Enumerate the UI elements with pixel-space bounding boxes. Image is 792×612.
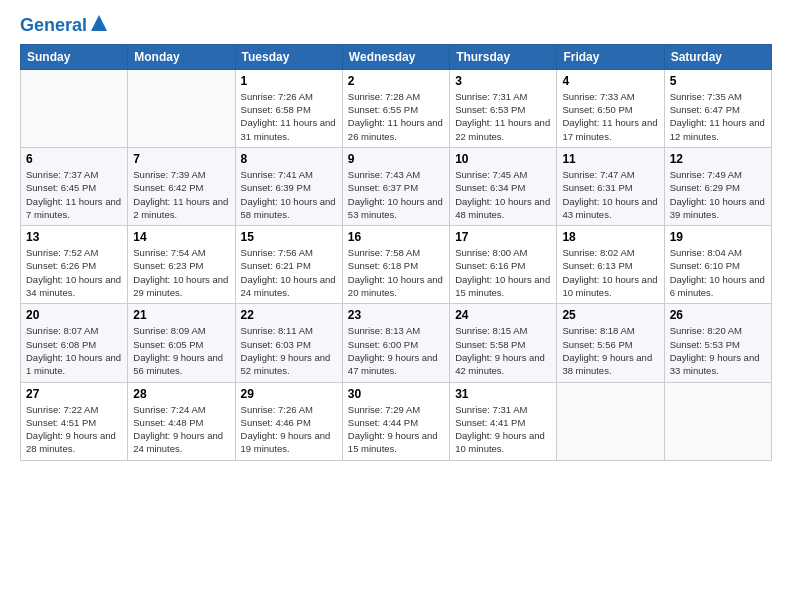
day-info: Sunrise: 7:28 AMSunset: 6:55 PMDaylight:… xyxy=(348,90,444,143)
sunset-label: Sunset: 6:53 PM xyxy=(455,104,525,115)
day-info: Sunrise: 7:26 AMSunset: 6:58 PMDaylight:… xyxy=(241,90,337,143)
day-number: 30 xyxy=(348,387,444,401)
sunrise-label: Sunrise: 7:24 AM xyxy=(133,404,205,415)
sunset-label: Sunset: 4:51 PM xyxy=(26,417,96,428)
day-info: Sunrise: 7:31 AMSunset: 6:53 PMDaylight:… xyxy=(455,90,551,143)
weekday-wednesday: Wednesday xyxy=(342,44,449,69)
weekday-saturday: Saturday xyxy=(664,44,771,69)
day-number: 26 xyxy=(670,308,766,322)
calendar-cell: 19Sunrise: 8:04 AMSunset: 6:10 PMDayligh… xyxy=(664,226,771,304)
day-number: 14 xyxy=(133,230,229,244)
day-info: Sunrise: 8:15 AMSunset: 5:58 PMDaylight:… xyxy=(455,324,551,377)
calendar-cell: 15Sunrise: 7:56 AMSunset: 6:21 PMDayligh… xyxy=(235,226,342,304)
daylight-label: Daylight: 9 hours and 15 minutes. xyxy=(348,430,438,454)
calendar-cell: 23Sunrise: 8:13 AMSunset: 6:00 PMDayligh… xyxy=(342,304,449,382)
daylight-label: Daylight: 11 hours and 22 minutes. xyxy=(455,117,550,141)
day-number: 21 xyxy=(133,308,229,322)
day-number: 3 xyxy=(455,74,551,88)
sunrise-label: Sunrise: 7:58 AM xyxy=(348,247,420,258)
calendar-cell: 1Sunrise: 7:26 AMSunset: 6:58 PMDaylight… xyxy=(235,69,342,147)
day-info: Sunrise: 7:47 AMSunset: 6:31 PMDaylight:… xyxy=(562,168,658,221)
sunset-label: Sunset: 6:08 PM xyxy=(26,339,96,350)
sunset-label: Sunset: 6:50 PM xyxy=(562,104,632,115)
day-info: Sunrise: 7:35 AMSunset: 6:47 PMDaylight:… xyxy=(670,90,766,143)
week-row-1: 1Sunrise: 7:26 AMSunset: 6:58 PMDaylight… xyxy=(21,69,772,147)
week-row-2: 6Sunrise: 7:37 AMSunset: 6:45 PMDaylight… xyxy=(21,147,772,225)
week-row-3: 13Sunrise: 7:52 AMSunset: 6:26 PMDayligh… xyxy=(21,226,772,304)
day-number: 31 xyxy=(455,387,551,401)
calendar-cell: 21Sunrise: 8:09 AMSunset: 6:05 PMDayligh… xyxy=(128,304,235,382)
sunrise-label: Sunrise: 8:09 AM xyxy=(133,325,205,336)
day-info: Sunrise: 8:00 AMSunset: 6:16 PMDaylight:… xyxy=(455,246,551,299)
logo: General xyxy=(20,16,109,34)
sunset-label: Sunset: 4:46 PM xyxy=(241,417,311,428)
sunrise-label: Sunrise: 7:43 AM xyxy=(348,169,420,180)
calendar-cell: 14Sunrise: 7:54 AMSunset: 6:23 PMDayligh… xyxy=(128,226,235,304)
day-number: 27 xyxy=(26,387,122,401)
day-info: Sunrise: 7:37 AMSunset: 6:45 PMDaylight:… xyxy=(26,168,122,221)
day-info: Sunrise: 7:33 AMSunset: 6:50 PMDaylight:… xyxy=(562,90,658,143)
day-number: 20 xyxy=(26,308,122,322)
day-info: Sunrise: 7:26 AMSunset: 4:46 PMDaylight:… xyxy=(241,403,337,456)
sunset-label: Sunset: 6:39 PM xyxy=(241,182,311,193)
day-number: 5 xyxy=(670,74,766,88)
day-number: 29 xyxy=(241,387,337,401)
daylight-label: Daylight: 10 hours and 53 minutes. xyxy=(348,196,443,220)
weekday-thursday: Thursday xyxy=(450,44,557,69)
logo-icon xyxy=(89,13,109,33)
sunrise-label: Sunrise: 7:37 AM xyxy=(26,169,98,180)
calendar-cell: 8Sunrise: 7:41 AMSunset: 6:39 PMDaylight… xyxy=(235,147,342,225)
calendar-cell: 7Sunrise: 7:39 AMSunset: 6:42 PMDaylight… xyxy=(128,147,235,225)
day-info: Sunrise: 7:41 AMSunset: 6:39 PMDaylight:… xyxy=(241,168,337,221)
day-number: 28 xyxy=(133,387,229,401)
sunset-label: Sunset: 6:03 PM xyxy=(241,339,311,350)
sunrise-label: Sunrise: 8:13 AM xyxy=(348,325,420,336)
daylight-label: Daylight: 9 hours and 38 minutes. xyxy=(562,352,652,376)
sunrise-label: Sunrise: 7:29 AM xyxy=(348,404,420,415)
sunrise-label: Sunrise: 7:47 AM xyxy=(562,169,634,180)
daylight-label: Daylight: 9 hours and 28 minutes. xyxy=(26,430,116,454)
calendar-cell: 17Sunrise: 8:00 AMSunset: 6:16 PMDayligh… xyxy=(450,226,557,304)
daylight-label: Daylight: 10 hours and 39 minutes. xyxy=(670,196,765,220)
day-info: Sunrise: 8:04 AMSunset: 6:10 PMDaylight:… xyxy=(670,246,766,299)
daylight-label: Daylight: 10 hours and 15 minutes. xyxy=(455,274,550,298)
sunrise-label: Sunrise: 7:28 AM xyxy=(348,91,420,102)
day-info: Sunrise: 7:29 AMSunset: 4:44 PMDaylight:… xyxy=(348,403,444,456)
weekday-friday: Friday xyxy=(557,44,664,69)
daylight-label: Daylight: 11 hours and 2 minutes. xyxy=(133,196,228,220)
sunset-label: Sunset: 6:42 PM xyxy=(133,182,203,193)
sunrise-label: Sunrise: 8:15 AM xyxy=(455,325,527,336)
sunset-label: Sunset: 6:34 PM xyxy=(455,182,525,193)
sunrise-label: Sunrise: 8:07 AM xyxy=(26,325,98,336)
sunrise-label: Sunrise: 7:54 AM xyxy=(133,247,205,258)
calendar-cell xyxy=(21,69,128,147)
day-info: Sunrise: 7:54 AMSunset: 6:23 PMDaylight:… xyxy=(133,246,229,299)
day-number: 19 xyxy=(670,230,766,244)
calendar-cell: 18Sunrise: 8:02 AMSunset: 6:13 PMDayligh… xyxy=(557,226,664,304)
day-number: 4 xyxy=(562,74,658,88)
day-number: 9 xyxy=(348,152,444,166)
daylight-label: Daylight: 11 hours and 12 minutes. xyxy=(670,117,765,141)
calendar-cell: 16Sunrise: 7:58 AMSunset: 6:18 PMDayligh… xyxy=(342,226,449,304)
day-info: Sunrise: 7:45 AMSunset: 6:34 PMDaylight:… xyxy=(455,168,551,221)
day-info: Sunrise: 8:07 AMSunset: 6:08 PMDaylight:… xyxy=(26,324,122,377)
day-number: 13 xyxy=(26,230,122,244)
daylight-label: Daylight: 11 hours and 26 minutes. xyxy=(348,117,443,141)
day-info: Sunrise: 8:09 AMSunset: 6:05 PMDaylight:… xyxy=(133,324,229,377)
daylight-label: Daylight: 9 hours and 52 minutes. xyxy=(241,352,331,376)
sunrise-label: Sunrise: 7:26 AM xyxy=(241,404,313,415)
day-number: 18 xyxy=(562,230,658,244)
calendar-cell: 12Sunrise: 7:49 AMSunset: 6:29 PMDayligh… xyxy=(664,147,771,225)
calendar-cell: 4Sunrise: 7:33 AMSunset: 6:50 PMDaylight… xyxy=(557,69,664,147)
day-number: 17 xyxy=(455,230,551,244)
calendar-cell: 29Sunrise: 7:26 AMSunset: 4:46 PMDayligh… xyxy=(235,382,342,460)
calendar-cell: 3Sunrise: 7:31 AMSunset: 6:53 PMDaylight… xyxy=(450,69,557,147)
daylight-label: Daylight: 9 hours and 10 minutes. xyxy=(455,430,545,454)
sunrise-label: Sunrise: 7:35 AM xyxy=(670,91,742,102)
calendar-cell: 6Sunrise: 7:37 AMSunset: 6:45 PMDaylight… xyxy=(21,147,128,225)
day-info: Sunrise: 7:56 AMSunset: 6:21 PMDaylight:… xyxy=(241,246,337,299)
day-info: Sunrise: 7:39 AMSunset: 6:42 PMDaylight:… xyxy=(133,168,229,221)
weekday-header-row: SundayMondayTuesdayWednesdayThursdayFrid… xyxy=(21,44,772,69)
daylight-label: Daylight: 10 hours and 34 minutes. xyxy=(26,274,121,298)
daylight-label: Daylight: 10 hours and 24 minutes. xyxy=(241,274,336,298)
